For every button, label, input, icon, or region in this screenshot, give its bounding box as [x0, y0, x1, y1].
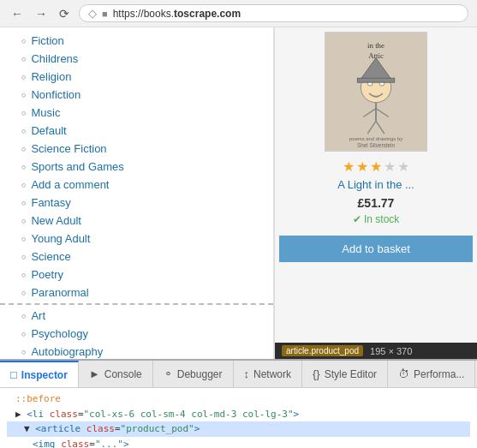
- list-item[interactable]: Autobiography: [21, 343, 273, 359]
- book-title[interactable]: A Light in the ...: [337, 178, 414, 191]
- category-link[interactable]: Default: [31, 124, 66, 137]
- star-5: ★: [397, 158, 409, 175]
- list-item[interactable]: Sports and Games: [21, 158, 273, 176]
- book-cover-svg: in the Attic poems and drawings by Shel …: [325, 32, 426, 152]
- star-2: ★: [356, 158, 368, 175]
- list-item[interactable]: Music: [21, 104, 273, 122]
- list-item[interactable]: Religion: [21, 68, 273, 86]
- list-item[interactable]: Default: [21, 122, 273, 140]
- lock-icon: ■: [102, 9, 108, 19]
- tab-network-label: Network: [253, 368, 291, 380]
- devtools-panel: □ Inspector ► Console ⚬ Debugger ↕ Netwo…: [0, 359, 477, 448]
- category-link[interactable]: Autobiography: [31, 345, 103, 358]
- category-link[interactable]: Psychology: [31, 327, 87, 340]
- star-1: ★: [343, 158, 355, 175]
- star-rating: ★ ★ ★ ★ ★: [343, 158, 409, 175]
- code-line-3[interactable]: ▼ <article class="product_pod">: [7, 421, 470, 437]
- tab-style-editor-label: Style Editor: [325, 368, 377, 380]
- list-item[interactable]: Childrens: [21, 50, 273, 68]
- back-button[interactable]: ←: [9, 7, 26, 21]
- reload-button[interactable]: ⟳: [57, 7, 72, 21]
- book-price: £51.77: [358, 196, 395, 210]
- list-item[interactable]: Paranormal: [21, 284, 273, 302]
- category-link[interactable]: Add a comment: [31, 178, 109, 191]
- category-link[interactable]: New Adult: [31, 214, 81, 227]
- tooltip-element-tag: article.product_pod: [282, 345, 363, 356]
- category-link[interactable]: Nonfiction: [31, 88, 80, 101]
- list-item[interactable]: Add a comment: [21, 176, 273, 194]
- tab-style-editor[interactable]: {} Style Editor: [302, 361, 388, 387]
- style-editor-icon: {}: [313, 367, 320, 380]
- book-cover: in the Attic poems and drawings by Shel …: [325, 32, 427, 152]
- tab-performance[interactable]: ⏱ Performa...: [388, 361, 475, 387]
- network-icon: ↕: [244, 367, 250, 380]
- category-link[interactable]: Poetry: [31, 268, 63, 281]
- devtools-code-panel: ::before ▶ <li class="col-xs-6 col-sm-4 …: [0, 388, 477, 448]
- main-content: Fiction Childrens Religion Nonfiction Mu…: [0, 27, 477, 359]
- add-to-basket-button[interactable]: Add to basket: [279, 236, 473, 262]
- tab-console[interactable]: ► Console: [79, 361, 153, 387]
- category-list: Fiction Childrens Religion Nonfiction Mu…: [0, 32, 273, 302]
- code-line-4: <img class="...">: [7, 437, 470, 448]
- list-item[interactable]: Nonfiction: [21, 86, 273, 104]
- category-link[interactable]: Fantasy: [31, 196, 70, 209]
- category-link[interactable]: Childrens: [31, 52, 78, 65]
- tab-console-label: Console: [104, 368, 142, 380]
- list-item[interactable]: Art: [21, 307, 273, 325]
- inspector-icon: □: [10, 368, 17, 381]
- code-line-2: ▶ <li class="col-xs-6 col-sm-4 col-md-3 …: [7, 407, 470, 422]
- tooltip-dimensions: 195 × 370: [370, 346, 412, 356]
- list-item[interactable]: Psychology: [21, 325, 273, 343]
- devtools-element-tooltip: article.product_pod 195 × 370: [275, 343, 477, 359]
- sidebar: Fiction Childrens Religion Nonfiction Mu…: [0, 27, 274, 359]
- category-link[interactable]: Young Adult: [31, 232, 90, 245]
- star-4: ★: [384, 158, 396, 175]
- svg-rect-6: [357, 78, 394, 82]
- list-item[interactable]: Science Fiction: [21, 140, 273, 158]
- tab-performance-label: Performa...: [414, 368, 464, 380]
- console-icon: ►: [89, 367, 100, 380]
- product-panel: in the Attic poems and drawings by Shel …: [274, 27, 477, 359]
- tab-inspector[interactable]: □ Inspector: [0, 361, 79, 387]
- url-text: https://books.toscrape.com: [113, 8, 241, 20]
- dashed-separator: [0, 303, 273, 305]
- forward-button[interactable]: →: [33, 7, 50, 21]
- star-3: ★: [370, 158, 382, 175]
- code-line-1: ::before: [7, 391, 470, 407]
- debugger-icon: ⚬: [164, 367, 173, 380]
- tab-debugger[interactable]: ⚬ Debugger: [153, 361, 234, 387]
- category-link[interactable]: Religion: [31, 70, 71, 83]
- svg-text:in the: in the: [367, 41, 385, 50]
- list-item[interactable]: Fiction: [21, 32, 273, 50]
- category-link[interactable]: Paranormal: [31, 286, 88, 299]
- category-link[interactable]: Music: [31, 106, 60, 119]
- list-item[interactable]: Science: [21, 248, 273, 266]
- browser-chrome: ← → ⟳ ◇ ■ https://books.toscrape.com: [0, 0, 477, 27]
- list-item[interactable]: Poetry: [21, 266, 273, 284]
- tab-inspector-label: Inspector: [21, 369, 68, 381]
- category-list-2: Art Psychology Autobiography: [0, 307, 273, 359]
- category-link[interactable]: Science Fiction: [31, 142, 106, 155]
- category-link[interactable]: Art: [31, 309, 45, 322]
- address-bar[interactable]: ◇ ■ https://books.toscrape.com: [79, 4, 468, 22]
- svg-text:poems and drawings by: poems and drawings by: [349, 136, 402, 141]
- tab-network[interactable]: ↕ Network: [234, 361, 303, 387]
- list-item[interactable]: Young Adult: [21, 230, 273, 248]
- tab-debugger-label: Debugger: [177, 368, 223, 380]
- list-item[interactable]: Fantasy: [21, 194, 273, 212]
- category-link[interactable]: Fiction: [31, 34, 63, 47]
- devtools-tabs: □ Inspector ► Console ⚬ Debugger ↕ Netwo…: [0, 361, 477, 388]
- category-link[interactable]: Science: [31, 250, 70, 263]
- in-stock-status: In stock: [353, 213, 400, 225]
- list-item[interactable]: New Adult: [21, 212, 273, 230]
- svg-text:Shel Silverstein: Shel Silverstein: [357, 142, 395, 148]
- performance-icon: ⏱: [398, 367, 409, 380]
- category-link[interactable]: Sports and Games: [31, 160, 123, 173]
- shield-icon: ◇: [88, 7, 97, 20]
